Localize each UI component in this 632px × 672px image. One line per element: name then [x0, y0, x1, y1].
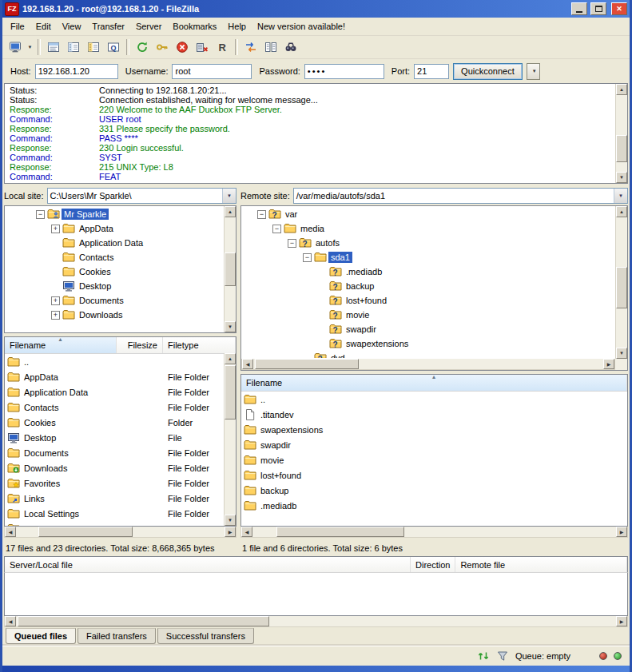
scroll-left-button[interactable]: ◀: [5, 616, 16, 626]
scroll-down-button[interactable]: ▼: [616, 348, 627, 359]
scroll-up-button[interactable]: ▲: [225, 353, 236, 364]
tree-item[interactable]: Cookies: [6, 264, 223, 279]
menu-help[interactable]: Help: [222, 19, 252, 34]
local-file-row[interactable]: CookiesFolder: [5, 415, 236, 430]
local-tree-vertical-scrollbar[interactable]: ▲ ▼: [224, 206, 236, 332]
tree-item[interactable]: −Mr Sparkle: [6, 207, 223, 221]
minimize-button[interactable]: [571, 2, 587, 15]
refresh-icon[interactable]: [133, 38, 152, 57]
column-header-filesize[interactable]: Filesize: [117, 337, 163, 353]
tree-item-label[interactable]: media: [298, 223, 327, 234]
collapse-icon[interactable]: −: [257, 210, 266, 219]
chevron-down-icon[interactable]: ▼: [614, 189, 627, 203]
tree-item-label[interactable]: Desktop: [77, 280, 113, 292]
tree-item-label[interactable]: backup: [344, 280, 376, 292]
menu-view[interactable]: View: [57, 19, 87, 34]
remote-file-row[interactable]: swapdir: [241, 437, 627, 452]
tree-item-label[interactable]: movie: [344, 309, 372, 320]
tree-item[interactable]: ?backup: [242, 279, 614, 293]
column-header-server-local-file[interactable]: Server/Local file: [5, 557, 411, 572]
password-input[interactable]: [304, 64, 384, 79]
tree-item[interactable]: Desktop: [6, 279, 223, 293]
username-input[interactable]: [172, 64, 252, 79]
local-file-row[interactable]: ContactsFile Folder: [5, 400, 236, 415]
tree-item-label[interactable]: AppData: [77, 223, 116, 234]
tree-item-label[interactable]: .mediadb: [344, 266, 384, 277]
scrollbar-thumb[interactable]: [276, 527, 404, 537]
tree-item[interactable]: +Documents: [6, 293, 223, 308]
tree-item[interactable]: ?.mediadb: [242, 264, 614, 279]
column-header-remote-file[interactable]: Remote file: [455, 557, 627, 572]
scrollbar-thumb[interactable]: [255, 359, 359, 369]
menu-bookmarks[interactable]: Bookmarks: [167, 19, 222, 34]
maximize-button[interactable]: [590, 2, 606, 15]
menu-server[interactable]: Server: [130, 19, 167, 34]
close-button[interactable]: ✕: [611, 2, 627, 15]
tree-item-label[interactable]: Mr Sparkle: [62, 209, 109, 220]
menu-file[interactable]: File: [5, 19, 30, 34]
scrollbar-track[interactable]: [225, 364, 236, 515]
synchronized-browsing-icon[interactable]: [261, 38, 280, 57]
scrollbar-thumb[interactable]: [225, 252, 236, 286]
chevron-down-icon[interactable]: ▼: [222, 189, 236, 203]
expand-icon[interactable]: +: [51, 311, 60, 320]
remote-file-row[interactable]: backup: [241, 483, 627, 498]
scroll-left-button[interactable]: ◀: [5, 527, 16, 537]
find-files-icon[interactable]: [281, 38, 300, 57]
scroll-up-button[interactable]: ▲: [616, 84, 627, 95]
site-manager-dropdown-icon[interactable]: ▼: [26, 38, 34, 57]
tree-item[interactable]: ?movie: [242, 308, 614, 322]
local-file-row[interactable]: Application DataFile Folder: [5, 384, 236, 400]
tree-item[interactable]: ?swapextensions: [242, 336, 614, 351]
tree-item-label[interactable]: Contacts: [77, 252, 116, 263]
quickconnect-dropdown-button[interactable]: ▼: [527, 63, 540, 80]
tree-item-label[interactable]: lost+found: [344, 295, 389, 306]
collapse-icon[interactable]: −: [303, 253, 312, 262]
column-header-filename[interactable]: ▴Filename: [5, 337, 117, 353]
remote-horizontal-scrollbar[interactable]: ◀ ▶: [240, 527, 628, 538]
tree-item-label[interactable]: sda1: [328, 252, 352, 263]
scroll-up-button[interactable]: ▲: [616, 206, 627, 217]
tree-item[interactable]: Contacts: [6, 250, 223, 264]
menu-transfer[interactable]: Transfer: [86, 19, 130, 34]
column-header-direction[interactable]: Direction: [411, 557, 455, 572]
tree-item-label[interactable]: Downloads: [77, 309, 125, 320]
directory-comparison-icon[interactable]: [241, 38, 260, 57]
tree-item[interactable]: −sda1: [242, 250, 614, 264]
tree-item[interactable]: −media: [242, 221, 614, 236]
tree-item[interactable]: +Downloads: [6, 308, 223, 322]
local-file-row[interactable]: DesktopFile: [5, 430, 236, 445]
scrollbar-thumb[interactable]: [616, 135, 627, 162]
tree-item[interactable]: −?autofs: [242, 236, 614, 250]
scroll-right-button[interactable]: ▶: [603, 359, 614, 369]
tab-successful-transfers[interactable]: Successful transfers: [157, 628, 254, 644]
tab-failed-transfers[interactable]: Failed transfers: [78, 628, 156, 644]
local-horizontal-scrollbar[interactable]: ◀ ▶: [4, 527, 237, 538]
local-file-row[interactable]: FavoritesFile Folder: [5, 475, 236, 491]
menu-edit[interactable]: Edit: [30, 19, 57, 34]
scrollbar-track[interactable]: [252, 527, 616, 537]
scroll-right-button[interactable]: ▶: [616, 616, 627, 626]
scroll-right-button[interactable]: ▶: [225, 527, 236, 537]
filter-icon[interactable]: [496, 650, 509, 662]
local-site-combobox[interactable]: C:\Users\Mr Sparkle\ ▼: [47, 188, 237, 204]
scroll-left-button[interactable]: ◀: [242, 359, 253, 369]
remote-site-combobox[interactable]: /var/media/autofs/sda1 ▼: [293, 188, 628, 204]
scrollbar-track[interactable]: [616, 95, 627, 172]
local-list-vertical-scrollbar[interactable]: ▲ ▼: [224, 353, 236, 526]
tree-item-label[interactable]: Application Data: [77, 237, 145, 249]
toggle-remote-tree-icon[interactable]: [84, 38, 103, 57]
tree-item[interactable]: −?var: [242, 207, 614, 221]
toggle-message-log-icon[interactable]: [44, 38, 63, 57]
tree-item[interactable]: ?swapdir: [242, 322, 614, 336]
scrollbar-thumb[interactable]: [18, 616, 269, 626]
process-queue-icon[interactable]: [153, 38, 172, 57]
tree-item-label[interactable]: Cookies: [77, 266, 113, 277]
scrollbar-track[interactable]: [225, 217, 236, 321]
quickconnect-button[interactable]: Quickconnect: [453, 63, 523, 80]
remote-file-row[interactable]: swapextensions: [241, 422, 627, 437]
host-input[interactable]: [35, 64, 118, 79]
speed-limits-icon[interactable]: [477, 650, 490, 662]
local-file-row[interactable]: DocumentsFile Folder: [5, 445, 236, 460]
remote-tree-vertical-scrollbar[interactable]: ▲ ▼: [615, 206, 627, 359]
